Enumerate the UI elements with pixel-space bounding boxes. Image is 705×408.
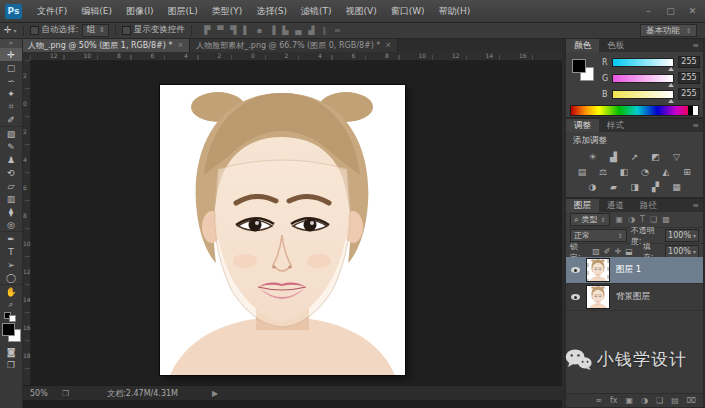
blue-channel-slider[interactable] [612, 90, 675, 99]
menu-window[interactable]: 窗口(W) [384, 0, 432, 22]
layer-filter-type-dropdown[interactable]: ⌕ 类型 ⇕ [570, 213, 610, 226]
visibility-eye-icon[interactable] [571, 267, 580, 273]
menu-filter[interactable]: 滤镜(T) [294, 0, 339, 22]
blur-tool[interactable]: ⧫ [0, 205, 22, 218]
color-balance-icon[interactable]: ⚖ [596, 166, 610, 178]
panel-menu-icon[interactable]: ≡ [692, 199, 703, 212]
levels-icon[interactable]: ▟ [607, 151, 621, 163]
red-channel-slider[interactable] [612, 58, 674, 67]
zoom-tool[interactable]: ⌕ [0, 298, 22, 311]
lock-transparency-icon[interactable]: ▨ [592, 247, 600, 256]
vertical-ruler[interactable]: 2024681012141618 [22, 60, 31, 385]
color-spectrum-ramp[interactable] [570, 105, 699, 116]
clone-stamp-tool[interactable]: ♟ [0, 153, 22, 166]
add-layer-mask-icon[interactable]: ▣ [626, 396, 634, 405]
canvas-area[interactable] [30, 60, 562, 385]
exposure-icon[interactable]: ◩ [649, 151, 663, 163]
type-tool[interactable]: T [0, 245, 22, 258]
filter-type-layers-icon[interactable]: T [640, 215, 645, 224]
hue-saturation-icon[interactable]: ▤ [575, 166, 589, 178]
panel-menu-icon[interactable]: ≡ [692, 39, 703, 52]
foreground-color-swatch[interactable] [2, 323, 15, 336]
toolbar-collapse-button[interactable]: » [0, 38, 22, 48]
brightness-contrast-icon[interactable]: ☀ [586, 151, 600, 163]
layer-thumbnail[interactable] [586, 258, 610, 282]
rectangular-marquee-tool[interactable]: ▢ [0, 61, 22, 74]
channel-mixer-icon[interactable]: ◭ [659, 166, 673, 178]
align-horizontal-centers-icon[interactable]: ▪ [255, 26, 264, 35]
new-group-icon[interactable]: ❏ [656, 396, 663, 405]
show-transform-checkbox[interactable] [122, 26, 131, 35]
new-layer-icon[interactable]: ▤ [671, 396, 679, 405]
maximize-button[interactable]: ▢ [664, 0, 677, 22]
zoom-level-field[interactable]: 50% [30, 389, 54, 398]
crop-tool[interactable]: ⌗ [0, 100, 22, 113]
layer-style-icon[interactable]: fx [610, 396, 618, 405]
lock-all-icon[interactable]: ⬓ [625, 247, 633, 256]
new-adjustment-layer-icon[interactable]: ◑ [641, 396, 648, 405]
align-bottom-edges-icon[interactable]: ▜ [229, 26, 238, 35]
align-vertical-centers-icon[interactable]: ▀ [216, 26, 225, 35]
tab-color[interactable]: 颜色 [566, 39, 599, 52]
black-white-icon[interactable]: ◧ [617, 166, 631, 178]
pen-tool[interactable]: ✒ [0, 231, 22, 245]
quick-selection-tool[interactable]: ✦ [0, 87, 22, 100]
quick-mask-icon[interactable]: ◙ [0, 345, 22, 358]
tab-close-icon[interactable]: × [385, 41, 391, 49]
delete-layer-icon[interactable]: ⌧ [687, 396, 696, 405]
horizontal-ruler[interactable]: 121086420246810121416 [30, 52, 562, 61]
menu-image[interactable]: 图像(I) [119, 0, 161, 22]
align-left-edges-icon[interactable]: ▌ [242, 26, 251, 35]
history-brush-tool[interactable]: ⟲ [0, 166, 22, 179]
tab-close-icon[interactable]: × [177, 41, 183, 49]
menu-help[interactable]: 帮助(H) [432, 0, 478, 22]
tab-layers[interactable]: 图层 [566, 199, 599, 212]
white-ramp-end[interactable] [693, 106, 698, 115]
screen-mode-icon[interactable]: ❐ [0, 358, 22, 371]
auto-select-checkbox[interactable] [30, 26, 39, 35]
menu-file[interactable]: 文件(F) [30, 0, 74, 22]
document-tab-active[interactable]: 人物_.png @ 50% (图层 1, RGB/8#) *× [22, 38, 190, 52]
status-options-arrow[interactable]: ▶ [212, 389, 218, 398]
default-colors-icon[interactable] [0, 311, 22, 321]
color-lookup-icon[interactable]: ⊞ [680, 166, 694, 178]
gradient-tool[interactable]: ▥ [0, 192, 22, 205]
lock-position-icon[interactable]: ✛ [615, 247, 622, 256]
move-tool[interactable]: ✛ [0, 48, 22, 61]
green-channel-slider[interactable] [612, 74, 674, 83]
blue-channel-value[interactable]: 255 [678, 88, 700, 100]
panel-foreground-swatch[interactable] [572, 59, 586, 73]
lasso-tool[interactable]: ∽ [0, 74, 22, 87]
curves-icon[interactable]: ➚ [628, 151, 642, 163]
tab-swatches[interactable]: 色板 [599, 39, 632, 52]
eyedropper-tool[interactable]: ✐ [0, 113, 22, 126]
selective-color-icon[interactable]: ▞ [649, 181, 663, 193]
align-top-edges-icon[interactable]: ▛ [203, 26, 212, 35]
tab-styles[interactable]: 样式 [599, 119, 632, 132]
close-button[interactable]: ✕ [686, 0, 699, 22]
menu-edit[interactable]: 编辑(E) [74, 0, 119, 22]
opacity-field[interactable]: 100% ▾ [665, 229, 699, 242]
visibility-eye-icon[interactable] [571, 294, 580, 300]
eraser-tool[interactable]: ▱ [0, 179, 22, 192]
green-channel-value[interactable]: 255 [678, 72, 700, 84]
filter-pixel-layers-icon[interactable]: ▣ [616, 215, 624, 224]
document-canvas[interactable] [160, 85, 405, 375]
vibrance-icon[interactable]: ▽ [670, 151, 684, 163]
layer-row[interactable]: 图层 1 [566, 257, 703, 284]
document-tab[interactable]: 人物脸部素材_.png @ 66.7% (图层 0, RGB/8#) *× [190, 38, 398, 52]
spot-healing-brush-tool[interactable]: ▧ [0, 126, 22, 140]
ellipse-tool[interactable]: ◯ [0, 271, 22, 284]
threshold-icon[interactable]: ◨ [628, 181, 642, 193]
layer-thumbnail[interactable] [586, 285, 610, 309]
link-layers-icon[interactable]: ∞ [595, 396, 602, 405]
panel-menu-icon[interactable]: ≡ [692, 119, 703, 132]
red-channel-value[interactable]: 255 [678, 56, 700, 68]
menu-view[interactable]: 视图(V) [338, 0, 383, 22]
layer-row[interactable]: 背景图层 [566, 284, 703, 311]
menu-select[interactable]: 选择(S) [249, 0, 294, 22]
tab-channels[interactable]: 通道 [599, 199, 632, 212]
tool-preset-caret-icon[interactable]: ▾ [14, 27, 17, 34]
align-right-edges-icon[interactable]: ▐ [268, 26, 277, 35]
menu-type[interactable]: 类型(Y) [205, 0, 250, 22]
